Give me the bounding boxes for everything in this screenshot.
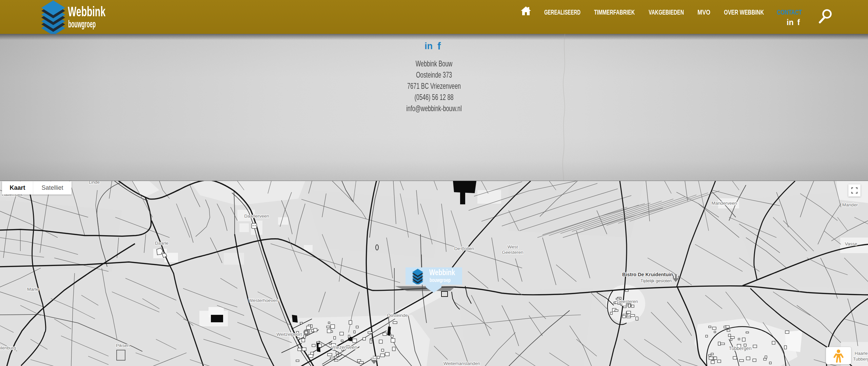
svg-text:Weitemanslanden: Weitemanslanden xyxy=(443,361,480,366)
svg-text:Linde: Linde xyxy=(89,181,100,185)
svg-text:Vriezenveen: Vriezenveen xyxy=(331,345,357,350)
svg-text:Tubbergen: Tubbergen xyxy=(729,346,751,351)
svg-text:West: West xyxy=(508,244,518,249)
svg-text:Mander: Mander xyxy=(842,202,858,207)
svg-text:Manderveen: Manderveen xyxy=(711,201,737,206)
svg-text:Bistro De Kruidentuin: Bistro De Kruidentuin xyxy=(622,272,673,277)
svg-text:Vasse: Vasse xyxy=(845,241,857,246)
svg-text:Marle: Marle xyxy=(27,287,39,292)
svg-text:Daarlerveen: Daarlerveen xyxy=(244,214,269,219)
svg-text:Geesteren: Geesteren xyxy=(502,250,523,255)
svg-text:Piksen: Piksen xyxy=(116,343,130,348)
svg-text:Tubberg: Tubberg xyxy=(853,357,868,362)
svg-text:Weitzelpoort: Weitzelpoort xyxy=(277,332,302,337)
svg-text:De Pollen: De Pollen xyxy=(454,246,474,251)
svg-text:Oosteinde: Oosteinde xyxy=(387,313,408,318)
svg-text:Geesteren: Geesteren xyxy=(616,299,638,304)
svg-text:Daarle: Daarle xyxy=(155,241,169,246)
svg-text:Westerhoeven: Westerhoeven xyxy=(249,298,278,303)
svg-text:Tijdelijk gesloten: Tijdelijk gesloten xyxy=(640,279,672,283)
svg-text:Haarle: Haarle xyxy=(855,351,868,356)
svg-text:uilenburg: uilenburg xyxy=(0,345,16,350)
